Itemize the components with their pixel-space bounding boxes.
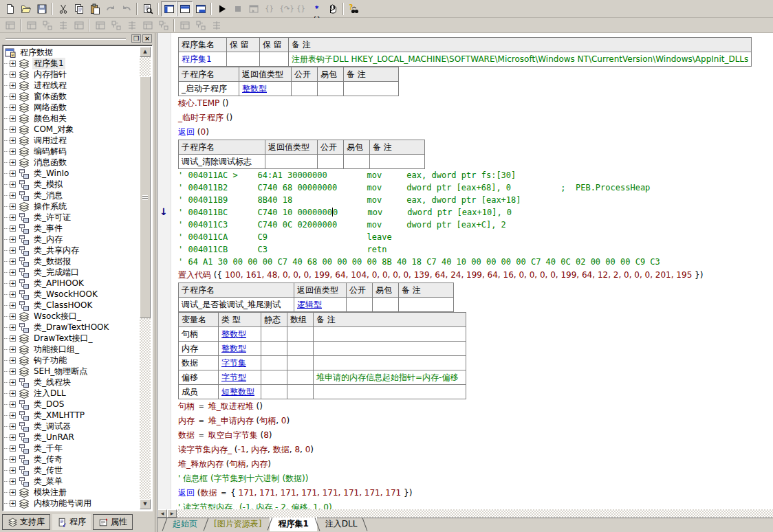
tree-expand-icon[interactable]: + xyxy=(10,280,16,287)
code-line[interactable]: _临时子程序 () xyxy=(178,111,773,125)
help-search-button[interactable]: ? xyxy=(346,1,362,16)
table-cell[interactable]: 注册表钩子DLL HKEY_LOCAL_MACHINE\SOFTWARE\Mic… xyxy=(289,52,752,67)
code-line[interactable]: 返回 (0) xyxy=(178,125,773,140)
editor-hscrollbar[interactable]: ◀ ▶ xyxy=(157,509,773,518)
step-out-button[interactable]: {}↗ xyxy=(293,1,309,16)
tree-expand-icon[interactable]: + xyxy=(10,478,16,485)
tree-item-内存指针[interactable]: +内存指针 xyxy=(4,69,140,80)
table-cell[interactable] xyxy=(344,155,370,169)
tree-item-类_ClassHOOK[interactable]: +类_ClassHOOK xyxy=(4,300,140,311)
tree-expand-icon[interactable]: + xyxy=(10,500,16,507)
code-line[interactable]: 堆_释放内存 (句柄, 内存) xyxy=(178,457,773,472)
tree-item-Wsock接口_[interactable]: +Wsock接口_ xyxy=(4,311,140,322)
tree-item-类_传奇[interactable]: +类_传奇 xyxy=(4,454,140,465)
tree-item-DrawText接口_[interactable]: +DrawText接口_ xyxy=(4,333,140,344)
table-cell[interactable]: 成员 xyxy=(179,385,219,399)
tree-expand-icon[interactable]: + xyxy=(10,489,16,496)
tree-item-程序集1[interactable]: +程序集1 xyxy=(4,58,140,69)
tree-item-COM_对象[interactable]: +COM_对象 xyxy=(4,124,140,135)
table-cell[interactable] xyxy=(292,82,318,96)
table-cell[interactable] xyxy=(265,155,318,169)
align-center-button[interactable] xyxy=(108,19,124,32)
table-cell[interactable]: 内存 xyxy=(179,342,219,356)
asm-comment-line[interactable]: ' 004011B9 8B40 18 mov eax, dword ptr [e… xyxy=(178,194,773,206)
new-file-button[interactable] xyxy=(2,1,18,16)
tree-expand-icon[interactable]: + xyxy=(10,291,16,298)
table-cell[interactable] xyxy=(261,327,287,342)
table-cell[interactable] xyxy=(347,298,373,312)
tree-expand-icon[interactable]: + xyxy=(10,346,16,353)
tree-item-网络函数[interactable]: +网络函数 xyxy=(4,102,140,113)
tree-item-颜色相关[interactable]: +颜色相关 xyxy=(4,113,140,124)
asm-comment-line[interactable]: ' 004011BC C740 10 00000000 mov dword pt… xyxy=(178,206,773,219)
paste-button[interactable] xyxy=(87,1,102,16)
table-cell[interactable] xyxy=(227,52,260,67)
table-cell[interactable] xyxy=(314,356,466,370)
table-cell[interactable]: 整数型 xyxy=(219,342,261,356)
save-file-button[interactable] xyxy=(34,1,50,16)
tree-expand-icon[interactable]: + xyxy=(10,456,16,463)
tree-item-类_WsockHOOK[interactable]: +类_WsockHOOK xyxy=(4,289,140,300)
tree-expand-icon[interactable]: + xyxy=(10,412,16,419)
tree-expand-icon[interactable]: + xyxy=(10,324,16,331)
tree-item-类_DOS[interactable]: +类_DOS xyxy=(4,399,140,410)
table-cell[interactable] xyxy=(318,82,344,96)
align-left-button[interactable] xyxy=(92,19,108,32)
table-cell[interactable]: 整数型 xyxy=(219,327,261,342)
table-cell[interactable]: 句柄 xyxy=(179,327,219,342)
tab-order-button[interactable] xyxy=(23,19,39,32)
code-line[interactable]: 核心.TEMP () xyxy=(178,96,773,111)
tree-item-类_UnRAR[interactable]: +类_UnRAR xyxy=(4,432,140,443)
run-button[interactable] xyxy=(214,1,230,16)
run-to-cursor-button[interactable]: *{} xyxy=(309,1,325,16)
tree-expand-icon[interactable]: + xyxy=(10,159,16,166)
open-file-button[interactable] xyxy=(18,1,34,16)
tree-item-类_消息[interactable]: +类_消息 xyxy=(4,190,140,201)
table-cell[interactable] xyxy=(370,155,425,169)
find-button[interactable] xyxy=(140,1,155,16)
tree-item-内核功能号调用[interactable]: +内核功能号调用 xyxy=(4,498,140,509)
panel-tab-属性[interactable]: 属性 xyxy=(93,514,133,530)
tree-expand-icon[interactable]: + xyxy=(10,203,16,210)
align-top-button[interactable] xyxy=(124,19,140,32)
code-line[interactable]: ' 信息框 (字节集到十六进制 (数据)) xyxy=(178,472,773,486)
tree-scrollbar[interactable]: ▲ ▼ xyxy=(140,47,151,509)
code-line[interactable]: ' 读字节型内存_ (-1, 内存 - 2, 偏移, 1, 0) xyxy=(178,500,773,509)
copy-button[interactable] xyxy=(71,1,87,16)
tree-item-类_线程块[interactable]: +类_线程块 xyxy=(4,377,140,388)
tree-expand-icon[interactable]: + xyxy=(10,313,16,320)
table-cell[interactable] xyxy=(261,342,287,356)
table-cell[interactable] xyxy=(399,298,454,312)
undo-button[interactable] xyxy=(118,1,134,16)
tree-expand-icon[interactable]: + xyxy=(10,445,16,452)
doc-tab-注入DLL[interactable]: 注入DLL xyxy=(317,518,366,531)
scroll-right-icon[interactable]: ▶ xyxy=(167,509,177,518)
table-cell[interactable]: 短整数型 xyxy=(219,385,261,399)
debug-window-button[interactable] xyxy=(246,1,261,16)
table-cell[interactable] xyxy=(314,327,466,342)
table-cell[interactable] xyxy=(287,356,314,370)
tree-item-进程线程[interactable]: +进程线程 xyxy=(4,80,140,91)
tree-expand-icon[interactable]: + xyxy=(10,379,16,386)
stop-button[interactable] xyxy=(230,1,246,16)
scroll-down-icon[interactable]: ▼ xyxy=(140,499,151,509)
code-line[interactable]: 读字节集内存_ (-1, 内存, 数据, 8, 0) xyxy=(178,443,773,457)
tree-item-类_事件[interactable]: +类_事件 xyxy=(4,223,140,234)
tree-item-类_调试器[interactable]: +类_调试器 xyxy=(4,421,140,432)
tree-item-编码解码[interactable]: +编码解码 xyxy=(4,146,140,157)
table-cell[interactable] xyxy=(260,52,289,67)
tree-item-类_菜单[interactable]: +类_菜单 xyxy=(4,476,140,487)
same-size-button[interactable] xyxy=(208,19,224,32)
tree-expand-icon[interactable]: + xyxy=(10,126,16,133)
code-editor[interactable]: ↓ 程序集名保 留保 留备 注程序集1注册表钩子DLL HKEY_LOCAL_M… xyxy=(157,33,773,532)
doc-tab-起始页[interactable]: 起始页 xyxy=(164,518,206,531)
panel-tab-支持库[interactable]: 支持库 xyxy=(2,514,50,530)
tree-expand-icon[interactable]: + xyxy=(10,434,16,441)
code-line[interactable]: 句柄 ＝ 堆_取进程堆 () xyxy=(178,399,773,414)
tree-item-类_内存[interactable]: +类_内存 xyxy=(4,234,140,245)
hscroll-track[interactable] xyxy=(177,509,773,518)
tree-expand-icon[interactable]: + xyxy=(10,357,16,364)
tree-item-调用过程[interactable]: +调用过程 xyxy=(4,135,140,146)
cut-button[interactable] xyxy=(55,1,71,16)
table-cell[interactable] xyxy=(261,385,287,399)
